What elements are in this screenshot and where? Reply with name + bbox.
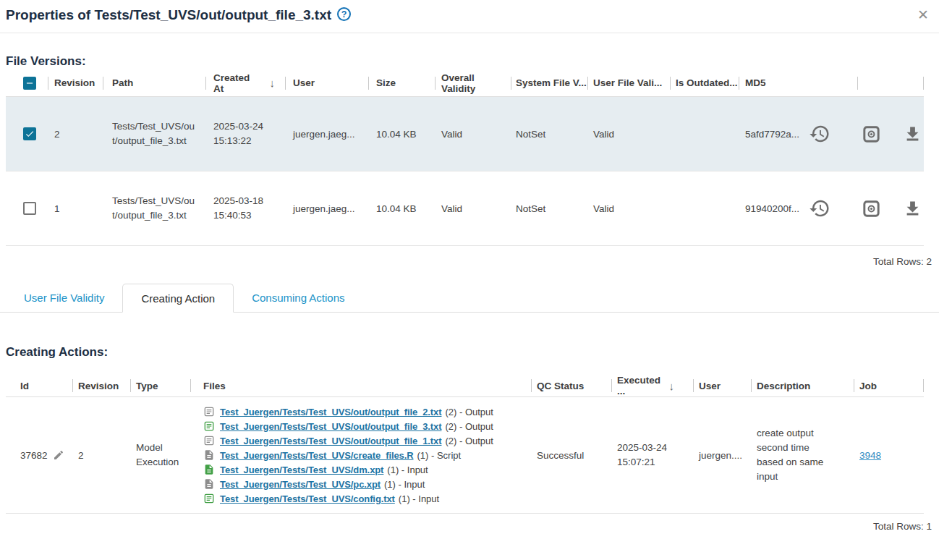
list-item: Test_Juergen/Tests/Test_UVS/out/output_f…: [203, 433, 531, 448]
download-icon[interactable]: [903, 124, 922, 144]
column-header-md5[interactable]: MD5: [739, 69, 857, 96]
binary-file-icon: [203, 464, 215, 475]
md5-cell: 5afd7792a...: [739, 97, 857, 171]
file-meta: (1) - Input: [387, 464, 428, 475]
creating-actions-heading: Creating Actions:: [6, 344, 939, 360]
list-item: Test_Juergen/Tests/Test_UVS/create_files…: [203, 448, 531, 462]
row-actions-cell: [857, 97, 924, 171]
created-at-cell: 2025-03-24 15:13:22: [205, 97, 285, 171]
type-cell: Model Execution: [130, 441, 190, 470]
qc-status-cell: Successful: [531, 450, 611, 461]
column-header-is-outdated[interactable]: Is Outdated...: [670, 69, 739, 96]
select-all-checkbox[interactable]: [23, 77, 36, 90]
file-version-row[interactable]: 1 Tests/Test_UVS/out/output_file_3.txt 2…: [6, 171, 924, 246]
revision-cell: 2: [48, 97, 103, 171]
job-link[interactable]: 3948: [859, 450, 881, 461]
file-version-row[interactable]: 2 Tests/Test_UVS/out/output_file_3.txt 2…: [6, 97, 924, 171]
row-checkbox[interactable]: [23, 127, 36, 140]
executed-cell: 2025-03-24 15:07:21: [611, 441, 693, 470]
column-header-size[interactable]: Size: [368, 69, 435, 96]
column-header-created-at[interactable]: Created At↓: [205, 69, 285, 96]
user-file-validity-cell: Valid: [587, 171, 670, 245]
list-item: Test_Juergen/Tests/Test_UVS/pc.xpt (1) -…: [203, 477, 531, 491]
column-header-user[interactable]: User: [285, 69, 368, 96]
column-header-description[interactable]: Description: [751, 375, 854, 396]
file-link[interactable]: Test_Juergen/Tests/Test_UVS/out/output_f…: [220, 407, 441, 417]
user-file-validity-cell: Valid: [587, 97, 670, 171]
size-cell: 10.04 KB: [368, 171, 435, 245]
column-header-path[interactable]: Path: [103, 69, 205, 96]
row-select-cell: [6, 171, 48, 245]
file-link[interactable]: Test_Juergen/Tests/Test_UVS/pc.xpt: [220, 479, 381, 490]
file-meta: (1) - Input: [384, 479, 425, 490]
tab-user-file-validity[interactable]: User File Validity: [6, 284, 122, 312]
binary-file-icon: [203, 449, 215, 461]
column-header-revision[interactable]: Revision: [72, 375, 130, 396]
file-meta: (2) - Output: [445, 421, 493, 432]
column-header-revision[interactable]: Revision: [48, 69, 103, 96]
file-link[interactable]: Test_Juergen/Tests/Test_UVS/config.txt: [220, 493, 395, 504]
column-header-system-file-validity[interactable]: System File V...: [511, 69, 587, 96]
tab-creating-action[interactable]: Creating Action: [122, 284, 234, 313]
file-link[interactable]: Test_Juergen/Tests/Test_UVS/dm.xpt: [220, 464, 383, 475]
user-cell: juergen....: [693, 450, 751, 461]
column-header-id[interactable]: Id: [6, 375, 72, 396]
overall-validity-cell: Valid: [435, 97, 511, 171]
job-cell: 3948: [854, 450, 924, 461]
file-versions-heading: File Versions:: [6, 54, 939, 69]
text-file-icon: [203, 493, 215, 504]
file-meta: (2) - Output: [445, 407, 493, 417]
path-cell: Tests/Test_UVS/out/output_file_3.txt: [103, 171, 205, 245]
list-item: Test_Juergen/Tests/Test_UVS/dm.xpt (1) -…: [203, 462, 531, 477]
overall-validity-cell: Valid: [435, 171, 511, 245]
column-header-job[interactable]: Job: [854, 375, 924, 396]
sort-desc-icon: ↓: [270, 77, 276, 89]
revision-cell: 1: [48, 171, 103, 245]
file-meta: (1) - Input: [399, 493, 439, 504]
preview-icon[interactable]: [862, 199, 881, 219]
user-cell: juergen.jaeg...: [285, 97, 368, 171]
description-cell: create output second time based on same …: [751, 426, 854, 484]
column-header-qc-status[interactable]: QC Status: [531, 375, 611, 396]
column-header-user[interactable]: User: [693, 375, 751, 396]
file-meta: (1) - Script: [417, 450, 461, 461]
file-versions-total-rows: Total Rows: 2: [0, 256, 932, 267]
md5-cell: 91940200f...: [739, 171, 857, 245]
file-link[interactable]: Test_Juergen/Tests/Test_UVS/out/output_f…: [220, 436, 441, 446]
file-link[interactable]: Test_Juergen/Tests/Test_UVS/out/output_f…: [220, 421, 441, 432]
creating-actions-header-row: Id Revision Type Files QC Status Execute…: [6, 375, 924, 397]
size-cell: 10.04 KB: [368, 97, 435, 171]
list-item: Test_Juergen/Tests/Test_UVS/config.txt (…: [203, 491, 531, 506]
file-versions-table: Revision Path Created At↓ User Size Over…: [6, 69, 924, 246]
column-header-overall-validity[interactable]: Overall Validity: [435, 69, 511, 96]
path-cell: Tests/Test_UVS/out/output_file_3.txt: [103, 97, 205, 171]
column-header-type[interactable]: Type: [130, 375, 190, 396]
history-icon[interactable]: [809, 198, 830, 219]
file-versions-header-row: Revision Path Created At↓ User Size Over…: [6, 69, 924, 97]
edit-icon[interactable]: [53, 449, 64, 461]
preview-icon[interactable]: [862, 124, 881, 144]
id-cell: 37682: [6, 449, 72, 461]
page-title: Properties of Tests/Test_UVS/out/output_…: [6, 7, 331, 24]
is-outdated-cell: [670, 171, 739, 245]
list-item: Test_Juergen/Tests/Test_UVS/out/output_f…: [203, 419, 531, 433]
text-file-icon: [203, 435, 215, 446]
history-icon[interactable]: [809, 123, 830, 145]
is-outdated-cell: [670, 97, 739, 171]
tab-consuming-actions[interactable]: Consuming Actions: [234, 284, 362, 312]
column-header-executed[interactable]: Executed ...↓: [611, 375, 693, 396]
column-header-actions: [857, 69, 924, 96]
help-icon[interactable]: ?: [337, 7, 351, 21]
creating-actions-total-rows: Total Rows: 1: [0, 521, 932, 532]
column-header-files[interactable]: Files: [190, 375, 531, 396]
creating-actions-table: Id Revision Type Files QC Status Execute…: [6, 375, 924, 514]
download-icon[interactable]: [903, 199, 922, 219]
creating-action-row[interactable]: 37682 2 Model Execution Test_Juergen/Tes…: [6, 397, 924, 514]
close-icon[interactable]: ✕: [917, 7, 929, 24]
file-meta: (2) - Output: [445, 436, 493, 446]
row-checkbox[interactable]: [23, 202, 36, 215]
file-link[interactable]: Test_Juergen/Tests/Test_UVS/create_files…: [220, 450, 413, 461]
system-file-validity-cell: NotSet: [511, 171, 587, 245]
column-header-user-file-validity[interactable]: User File Vali...: [587, 69, 670, 96]
text-file-icon: [203, 406, 215, 417]
